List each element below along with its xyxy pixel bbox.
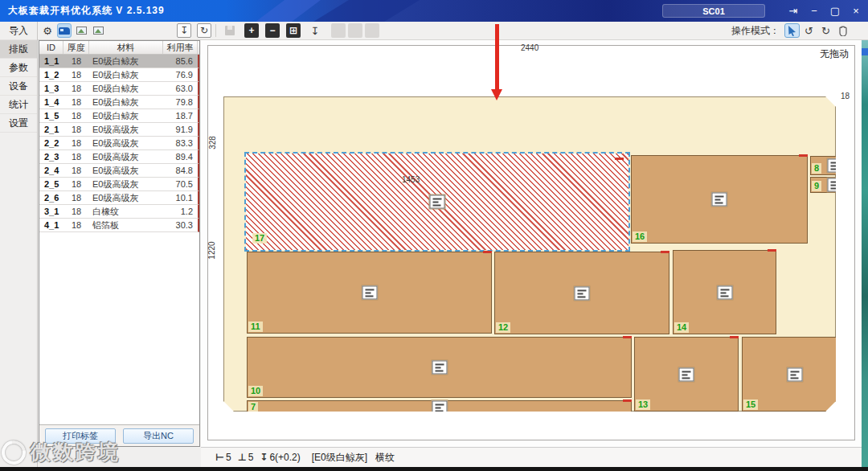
col-header-material[interactable]: 材料 (89, 41, 163, 54)
table-cell: 1_2 (39, 68, 63, 81)
table-row[interactable]: 2_218E0级高级灰83.3 (39, 137, 199, 150)
panel-info-icon (679, 367, 694, 381)
panel-14[interactable]: 14 (673, 250, 776, 334)
table-row[interactable]: 1_418E0级白鲸灰79.8 (39, 96, 199, 109)
table-cell: E0级高级灰 (89, 164, 163, 177)
status-count-icon: ⊥ (238, 452, 247, 463)
table-cell: 1_5 (39, 109, 63, 122)
toolbar: ⚙ ↧ ↻ + − ⊞ ↧ 操作模式： ↺ ↻ (38, 22, 868, 40)
sidebar-item-参数[interactable]: 参数 (0, 59, 37, 77)
dimension-label: 328 (208, 136, 217, 149)
import-sheet-button[interactable]: ↧ (177, 23, 191, 38)
disabled-tool-icon (331, 23, 346, 38)
machine-truck-icon[interactable] (57, 23, 72, 38)
minimize-button[interactable]: − (805, 4, 823, 18)
table-row[interactable]: 4_118铝箔板30.3 (39, 219, 199, 232)
status-material: [E0级白鲸灰] (312, 451, 367, 465)
col-header-id[interactable]: ID (39, 41, 63, 54)
sheet-list-pane: ID 厚度 材料 利用率 1_118E0级白鲸灰85.61_218E0级白鲸灰7… (39, 40, 200, 447)
cursor-mode-button[interactable] (784, 23, 800, 38)
table-cell: E0级高级灰 (89, 123, 163, 136)
table-cell: 18 (63, 164, 89, 177)
status-count-icon: ↧ (260, 452, 268, 463)
table-header: ID 厚度 材料 利用率 (39, 41, 199, 55)
panel-16[interactable]: 16 (631, 155, 808, 244)
canvas[interactable]: 无拖动 1716891112141071315651234 2440183281… (201, 40, 862, 447)
table-cell: 18 (63, 123, 89, 136)
sheet[interactable]: 1716891112141071315651234 (223, 96, 836, 412)
table-row[interactable]: 2_618E0级高级灰10.1 (39, 191, 199, 205)
table-cell: 4_1 (39, 219, 63, 231)
panel-15[interactable]: 15 (742, 337, 847, 412)
table-cell: E0级白鲸灰 (89, 68, 163, 81)
export-nc-button[interactable]: 导出NC (123, 428, 194, 444)
col-header-utilization[interactable]: 利用率 (163, 41, 198, 54)
table-cell: 91.9 (163, 123, 198, 136)
settings-gear-icon[interactable]: ⚙ (40, 23, 55, 38)
panel-13[interactable]: 13 (634, 337, 739, 412)
table-cell: E0级高级灰 (89, 150, 163, 163)
table-cell: 30.3 (163, 219, 198, 231)
statusbar: ⊢5⊥5↧6(+0.2) [E0级白鲸灰] 横纹 (201, 447, 862, 467)
table-cell: E0级白鲸灰 (89, 82, 163, 95)
add-panel-button[interactable]: + (244, 23, 259, 38)
table-row[interactable]: 1_118E0级白鲸灰85.6 (39, 55, 199, 68)
drag-hint-label: 无拖动 (820, 47, 849, 61)
floppy-icon (225, 26, 235, 35)
table-cell: 2_5 (39, 178, 63, 190)
table-cell: 18 (63, 55, 89, 68)
cursor-icon (788, 26, 796, 36)
rotate-left-mode-button[interactable]: ↺ (801, 23, 817, 38)
panel-number-label: 16 (633, 231, 647, 242)
station-badge[interactable]: SC01 (662, 4, 765, 18)
status-count-value: 5 (226, 452, 231, 463)
logout-icon[interactable]: ⇥ (784, 4, 802, 18)
panel-11[interactable]: 11 (247, 252, 492, 334)
table-row[interactable]: 2_318E0级高级灰89.4 (39, 150, 199, 164)
panel-12[interactable]: 12 (494, 252, 669, 334)
table-row[interactable]: 1_218E0级白鲸灰76.9 (39, 68, 199, 82)
panel-number-label: 13 (636, 399, 650, 410)
table-row[interactable]: 2_518E0级高级灰70.5 (39, 178, 199, 191)
scrollbar-thumb[interactable] (862, 48, 868, 55)
add-sheet-button[interactable]: ⊞ (286, 23, 301, 38)
restore-button[interactable]: ▢ (826, 4, 844, 18)
panel-number-label: 11 (248, 322, 263, 332)
vertical-scrollbar[interactable] (862, 40, 868, 467)
sidebar-item-统计[interactable]: 统计 (0, 96, 37, 114)
preview-image-icon[interactable] (74, 23, 88, 38)
image-icon (76, 27, 87, 35)
table-row[interactable]: 2_118E0级高级灰91.9 (39, 123, 199, 137)
panel-number-label: 8 (812, 163, 821, 174)
sidebar-item-设置[interactable]: 设置 (0, 114, 37, 133)
print-labels-button[interactable]: 打印标签 (45, 428, 116, 444)
close-button[interactable]: × (847, 4, 865, 18)
image-icon (93, 27, 104, 35)
status-count-icon: ⊢ (215, 452, 224, 463)
table-cell: E0级高级灰 (89, 137, 163, 149)
table-cell: 2_1 (39, 123, 63, 136)
table-cell: 白橡纹 (89, 205, 163, 218)
refresh-sheet-button[interactable]: ↻ (197, 23, 211, 38)
arrow-line (495, 24, 499, 90)
table-row[interactable]: 3_118白橡纹1.2 (39, 205, 199, 219)
sidebar-item-导入[interactable]: 导入 (0, 22, 37, 40)
table-row[interactable]: 1_318E0级白鲸灰63.0 (39, 82, 199, 96)
remove-panel-button[interactable]: − (265, 23, 280, 38)
table-cell: E0级白鲸灰 (89, 55, 163, 68)
table-row[interactable]: 1_518E0级白鲸灰18.7 (39, 109, 199, 123)
pin-down-icon[interactable]: ↧ (308, 23, 322, 38)
table-row[interactable]: 2_418E0级高级灰84.8 (39, 164, 199, 178)
panel-17[interactable]: 17 (251, 158, 624, 245)
panel-number-label: 7 (248, 402, 258, 412)
sidebar-item-设备[interactable]: 设备 (0, 77, 37, 96)
table-cell: 1_1 (39, 55, 63, 68)
red-pointer-arrow (491, 24, 503, 101)
layout-image-icon[interactable] (91, 23, 105, 38)
rotate-right-mode-button[interactable]: ↻ (818, 23, 833, 38)
panel-10[interactable]: 10 (247, 337, 632, 398)
sidebar-item-排版[interactable]: 排版 (0, 40, 37, 59)
col-header-thickness[interactable]: 厚度 (63, 41, 89, 54)
pan-hand-mode-button[interactable] (835, 23, 850, 38)
status-grain: 横纹 (375, 451, 395, 465)
